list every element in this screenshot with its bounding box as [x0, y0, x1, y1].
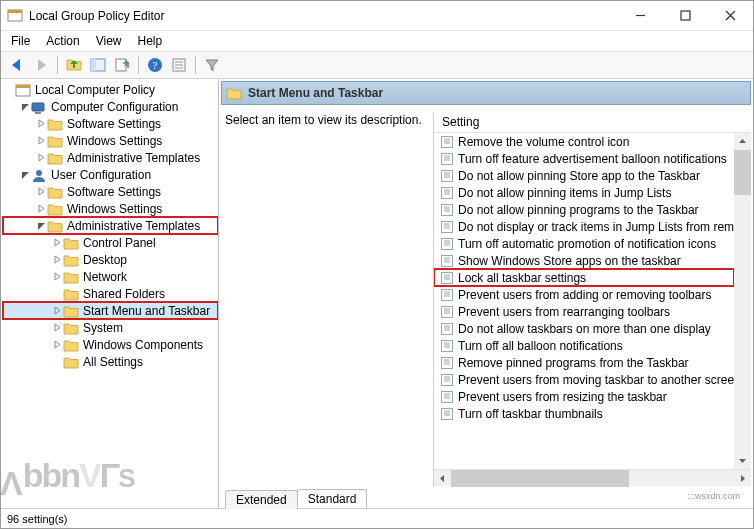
expand-icon[interactable] [51, 322, 63, 334]
setting-item[interactable]: Prevent users from resizing the taskbar [434, 388, 734, 405]
scroll-down-icon[interactable] [734, 452, 751, 469]
folder-icon [47, 202, 63, 216]
tab-extended[interactable]: Extended [225, 490, 298, 509]
policy-setting-icon [440, 220, 454, 234]
tree-item-label: Shared Folders [81, 287, 167, 301]
tree-item[interactable]: Computer Configuration [3, 98, 218, 115]
setting-item[interactable]: Turn off taskbar thumbnails [434, 405, 734, 422]
menu-file[interactable]: File [5, 32, 36, 50]
folder-icon [47, 117, 63, 131]
scroll-left-icon[interactable] [434, 470, 451, 487]
expand-icon[interactable] [35, 118, 47, 130]
collapse-icon[interactable] [35, 220, 47, 232]
expand-icon[interactable] [51, 237, 63, 249]
tree-item[interactable]: User Configuration [3, 166, 218, 183]
minimize-button[interactable] [618, 1, 663, 30]
setting-label: Lock all taskbar settings [458, 271, 586, 285]
tree-item[interactable]: Administrative Templates [3, 149, 218, 166]
policy-setting-icon [440, 203, 454, 217]
setting-item[interactable]: Turn off all balloon notifications [434, 337, 734, 354]
titlebar[interactable]: Local Group Policy Editor [1, 1, 753, 31]
folder-icon [47, 151, 63, 165]
expand-icon[interactable] [35, 152, 47, 164]
setting-label: Turn off feature advertisement balloon n… [458, 152, 727, 166]
tree-item[interactable]: Shared Folders [3, 285, 218, 302]
tree-item[interactable]: Windows Components [3, 336, 218, 353]
gpedit-window: Local Group Policy Editor File Action Vi… [0, 0, 754, 529]
tree-item-label: Windows Settings [65, 134, 164, 148]
show-hide-tree-button[interactable] [86, 53, 110, 77]
maximize-button[interactable] [663, 1, 708, 30]
tree-item[interactable]: System [3, 319, 218, 336]
setting-item[interactable]: Do not display or track items in Jump Li… [434, 218, 734, 235]
tree-item[interactable]: Control Panel [3, 234, 218, 251]
expand-icon[interactable] [51, 271, 63, 283]
setting-item[interactable]: Remove pinned programs from the Taskbar [434, 354, 734, 371]
column-header-setting[interactable]: Setting [434, 113, 751, 133]
setting-label: Remove pinned programs from the Taskbar [458, 356, 689, 370]
setting-item[interactable]: Show Windows Store apps on the taskbar [434, 252, 734, 269]
setting-item[interactable]: Turn off feature advertisement balloon n… [434, 150, 734, 167]
tree-item-label: Administrative Templates [65, 151, 202, 165]
setting-item[interactable]: Lock all taskbar settings [434, 269, 734, 286]
forward-button[interactable] [29, 53, 53, 77]
expand-icon[interactable] [35, 203, 47, 215]
setting-item[interactable]: Prevent users from moving taskbar to ano… [434, 371, 734, 388]
tree-item[interactable]: Software Settings [3, 183, 218, 200]
folder-icon [63, 304, 79, 318]
scroll-right-icon[interactable] [734, 470, 751, 487]
user-icon [31, 168, 47, 182]
help-button[interactable]: ? [143, 53, 167, 77]
vertical-scrollbar[interactable] [734, 133, 751, 469]
export-list-button[interactable] [110, 53, 134, 77]
setting-item[interactable]: Do not allow taskbars on more than one d… [434, 320, 734, 337]
folder-icon [47, 219, 63, 233]
svg-rect-10 [681, 11, 690, 20]
menu-help[interactable]: Help [132, 32, 169, 50]
back-button[interactable] [5, 53, 29, 77]
close-button[interactable] [708, 1, 753, 30]
expand-icon[interactable] [51, 254, 63, 266]
collapse-icon[interactable] [19, 169, 31, 181]
scroll-up-icon[interactable] [734, 133, 751, 150]
scrollbar-thumb[interactable] [451, 470, 629, 487]
tree-item[interactable]: Administrative Templates [3, 217, 218, 234]
horizontal-scrollbar[interactable] [434, 469, 751, 486]
setting-label: Do not display or track items in Jump Li… [458, 220, 734, 234]
tree-item[interactable]: All Settings [3, 353, 218, 370]
filter-button[interactable] [200, 53, 224, 77]
menu-action[interactable]: Action [40, 32, 85, 50]
menu-view[interactable]: View [90, 32, 128, 50]
up-button[interactable] [62, 53, 86, 77]
setting-item[interactable]: Do not allow pinning items in Jump Lists [434, 184, 734, 201]
tree-item[interactable]: Desktop [3, 251, 218, 268]
expand-icon[interactable] [51, 305, 63, 317]
tree-item[interactable]: Local Computer Policy [3, 81, 218, 98]
tree-item-label: Desktop [81, 253, 129, 267]
collapse-icon[interactable] [19, 101, 31, 113]
setting-item[interactable]: Prevent users from rearranging toolbars [434, 303, 734, 320]
folder-icon [63, 338, 79, 352]
expand-icon[interactable] [35, 186, 47, 198]
setting-item[interactable]: Turn off automatic promotion of notifica… [434, 235, 734, 252]
scrollbar-thumb[interactable] [734, 150, 751, 195]
tab-standard[interactable]: Standard [297, 489, 368, 508]
setting-item[interactable]: Remove the volume control icon [434, 133, 734, 150]
tree-item[interactable]: Software Settings [3, 115, 218, 132]
policy-setting-icon [440, 135, 454, 149]
expand-icon[interactable] [51, 339, 63, 351]
expand-icon[interactable] [35, 135, 47, 147]
setting-item[interactable]: Do not allow pinning programs to the Tas… [434, 201, 734, 218]
tree-item[interactable]: Start Menu and Taskbar [3, 302, 218, 319]
tree-pane[interactable]: Local Computer PolicyComputer Configurat… [1, 79, 219, 508]
tree-item[interactable]: Windows Settings [3, 200, 218, 217]
folder-icon [63, 287, 79, 301]
tree-item[interactable]: Network [3, 268, 218, 285]
tree-item-label: Windows Settings [65, 202, 164, 216]
app-icon [7, 8, 23, 24]
setting-item[interactable]: Prevent users from adding or removing to… [434, 286, 734, 303]
setting-item[interactable]: Do not allow pinning Store app to the Ta… [434, 167, 734, 184]
setting-label: Do not allow pinning Store app to the Ta… [458, 169, 700, 183]
properties-button[interactable] [167, 53, 191, 77]
tree-item[interactable]: Windows Settings [3, 132, 218, 149]
